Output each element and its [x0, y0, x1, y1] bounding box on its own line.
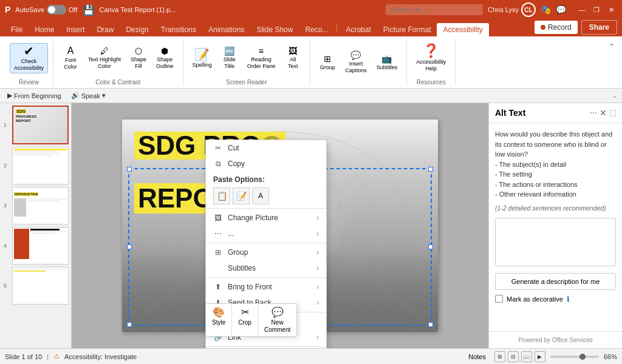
- panel-close-button[interactable]: ✕: [600, 108, 607, 118]
- share-button[interactable]: Share: [581, 20, 617, 35]
- ctx-bring-front[interactable]: ⬆ Bring to Front ›: [206, 279, 326, 295]
- ctx-divider-1: [206, 208, 326, 209]
- tab-animations[interactable]: Animations: [202, 23, 250, 36]
- color-group-label: Color & Contrast: [95, 78, 140, 86]
- record-button[interactable]: Record: [535, 21, 578, 34]
- tab-home[interactable]: Home: [29, 23, 60, 36]
- speak-dropdown-icon[interactable]: ▾: [102, 92, 106, 99]
- tab-insert[interactable]: Insert: [60, 23, 91, 36]
- subtitles-button[interactable]: 📺 Subtitles: [372, 53, 402, 72]
- alt-text-input[interactable]: [495, 218, 616, 266]
- app-logo: P: [5, 5, 10, 15]
- slide-title-button[interactable]: 🔤 SlideTitle: [217, 45, 242, 72]
- tab-slideshow[interactable]: Slide Show: [250, 23, 299, 36]
- check-accessibility-button[interactable]: ✔ CheckAccessibility: [10, 43, 48, 73]
- zoom-slider[interactable]: [550, 356, 599, 358]
- float-new-comment-button[interactable]: 💬 NewComment: [258, 304, 296, 336]
- slide-thumb-container-2[interactable]: 2: [12, 147, 69, 184]
- normal-view-icon[interactable]: ⊞: [494, 351, 505, 362]
- tab-picture-format[interactable]: Picture Format: [377, 23, 437, 36]
- panel-expand-button[interactable]: ⋯: [590, 109, 597, 117]
- comment-icon[interactable]: 💬: [556, 5, 566, 15]
- bring-front-icon: ⬆: [213, 283, 223, 291]
- ctx-copy[interactable]: ⧉ Copy: [206, 156, 326, 172]
- float-comment-icon: 💬: [272, 306, 284, 318]
- check-accessibility-icon: ✔: [24, 45, 34, 57]
- accessibility-help-button[interactable]: ❓ AccessibilityHelp: [412, 42, 450, 74]
- text-highlight-button[interactable]: 🖊 Text HighlightColor: [84, 45, 125, 72]
- slide-thumb-container-5[interactable]: 5: [12, 267, 69, 305]
- restore-button[interactable]: ❐: [590, 4, 603, 16]
- ctx-subtitles[interactable]: Subtitles ›: [206, 260, 326, 276]
- autosave-toggle[interactable]: [47, 5, 66, 15]
- ribbon-icon[interactable]: 🎭: [541, 5, 551, 15]
- panel-detach-button[interactable]: ⬚: [609, 109, 616, 117]
- shape-fill-button[interactable]: ⬡ ShapeFill: [126, 45, 151, 72]
- speak-button[interactable]: 🔊 Speak ▾: [69, 90, 108, 101]
- tab-acrobat[interactable]: Acrobat: [340, 23, 377, 36]
- slide-thumb-5[interactable]: [12, 267, 69, 305]
- font-color-button[interactable]: A FontColor: [58, 44, 83, 72]
- slide-thumb-3[interactable]: INTRODUCTION: [12, 187, 69, 224]
- paste-btn-3[interactable]: A: [252, 187, 269, 204]
- ctx-more[interactable]: ⋯ ... ›: [206, 226, 326, 241]
- ctx-cut[interactable]: ✂ Cut: [206, 140, 326, 156]
- info-icon[interactable]: ℹ: [567, 295, 570, 303]
- generate-description-button[interactable]: Generate a description for me: [495, 273, 616, 290]
- decorative-checkbox[interactable]: [495, 295, 503, 303]
- zoom-thumb[interactable]: [579, 354, 586, 360]
- tab-accessibility[interactable]: Accessibility: [437, 23, 488, 36]
- slide-title-label: SlideTitle: [224, 56, 236, 70]
- slide-number-2: 2: [4, 163, 7, 169]
- slideshow-view-icon[interactable]: ▶: [535, 351, 545, 362]
- change-picture-arrow: ›: [316, 214, 319, 222]
- tab-transitions[interactable]: Transitions: [155, 23, 202, 36]
- ctx-group[interactable]: ⊞ Group ›: [206, 244, 326, 260]
- slide-sorter-icon[interactable]: ⊟: [508, 351, 519, 362]
- slide-thumb-container-3[interactable]: 3 INTRODUCTION: [12, 187, 69, 224]
- ribbon-expand[interactable]: ⌄: [609, 39, 617, 47]
- paste-btn-2[interactable]: 📝: [233, 187, 250, 204]
- tab-record-tab[interactable]: Reco...: [299, 23, 334, 36]
- title-search-input[interactable]: [386, 4, 483, 15]
- slide-thumb-container-4[interactable]: 4: [12, 227, 69, 265]
- group-buttons-resources: ❓ AccessibilityHelp: [412, 39, 450, 78]
- save-icon[interactable]: 💾: [83, 4, 95, 16]
- float-crop-button[interactable]: ✂ Crop: [232, 304, 258, 336]
- insert-captions-button[interactable]: 💬 InsertCaptions: [341, 49, 371, 76]
- tab-file[interactable]: File: [5, 23, 29, 36]
- play-icon: ▶: [7, 92, 12, 99]
- settings-expand-icon[interactable]: ⌄: [612, 92, 617, 99]
- float-new-comment-label: NewComment: [264, 319, 290, 334]
- from-beginning-button[interactable]: ▶ From Beginning: [5, 90, 64, 101]
- main-area: 1 SDG PROGRESS REPORT 2: [0, 103, 622, 348]
- user-area: Chris Lysy CL: [488, 2, 536, 17]
- panel-title: Alt Text: [495, 108, 587, 118]
- spelling-button[interactable]: 📝 Spelling: [188, 47, 216, 70]
- group-button[interactable]: ⊞ Group: [315, 53, 340, 72]
- shape-outline-button[interactable]: ⬢ ShapeOutline: [152, 45, 178, 72]
- slide-thumb-4[interactable]: [12, 227, 69, 265]
- accessibility-status[interactable]: Accessibility: Investigate: [64, 353, 137, 360]
- title-bar: P AutoSave Off 💾 Canva Test Report (1).p…: [0, 0, 622, 19]
- autosave-state: Off: [69, 6, 77, 13]
- notes-button[interactable]: Notes: [465, 352, 490, 362]
- paste-btn-1[interactable]: 📋: [213, 187, 230, 204]
- alt-text-button[interactable]: 🖼 AltText: [281, 45, 305, 72]
- accessibility-warning-icon: ⚠: [53, 352, 60, 360]
- tab-design[interactable]: Design: [120, 23, 154, 36]
- reading-order-button[interactable]: ≡ ReadingOrder Pane: [243, 45, 280, 72]
- slide-thumb-2[interactable]: [12, 147, 69, 184]
- float-style-button[interactable]: 🎨 Style: [206, 304, 232, 336]
- window-controls: — ❐ ✕: [576, 4, 617, 16]
- subtitles-label: Subtitles: [377, 64, 398, 70]
- minimize-button[interactable]: —: [576, 4, 588, 16]
- slide-thumb-container-1[interactable]: 1 SDG PROGRESS REPORT: [12, 106, 69, 144]
- ctx-change-picture[interactable]: 🖼 Change Picture ›: [206, 210, 326, 226]
- slide-thumb-1[interactable]: SDG PROGRESS REPORT: [12, 106, 69, 144]
- tab-draw[interactable]: Draw: [91, 23, 120, 36]
- from-beginning-label: From Beginning: [14, 92, 61, 99]
- reading-view-icon[interactable]: 📖: [521, 351, 532, 362]
- close-button[interactable]: ✕: [605, 4, 617, 16]
- subtitles-icon: 📺: [381, 55, 392, 63]
